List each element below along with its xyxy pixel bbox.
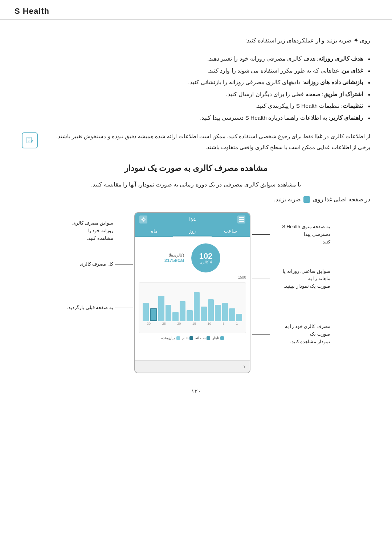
annotation-menu-text: به صفحه منوی S Health دسترسی پیداکنید.: [271, 223, 330, 246]
total-label: (کالری‌ها): [164, 253, 184, 258]
header-title: S Health: [15, 7, 49, 16]
list-item: هدف کالری روزانه: هدف کالری مصرفی روزانه…: [22, 53, 370, 65]
legend-snack-label: میان‌وعده: [161, 336, 175, 340]
annotation-right-history-text: سوابق مصرف کالری روزانه خود رامشاهده کنی…: [62, 219, 113, 242]
right-annotations: سوابق مصرف کالری روزانه خود رامشاهده کنی…: [62, 212, 134, 312]
svg-rect-5: [239, 219, 244, 220]
annotation-menu: به صفحه منوی S Health دسترسی پیداکنید.: [250, 223, 330, 246]
phone-bottom-bar: ‹: [135, 360, 250, 373]
left-annotations: به صفحه منوی S Health دسترسی پیداکنید. س…: [250, 212, 330, 345]
phone-chart-area: 1 5 10 15 20 25 30: [139, 282, 246, 333]
bar-7: [194, 292, 200, 321]
legend-breakfast-color: [207, 336, 210, 340]
intro-line: روی ✦ ضربه بزنید و از عملکردهای زیر استف…: [22, 35, 370, 46]
phone-legend: ناهار صبحانه شام میان‌وعده: [139, 336, 246, 340]
legend-breakfast-label: صبحانه: [195, 336, 205, 340]
bar-11: [166, 305, 172, 321]
annotation-chart-text: مصرف کالری خود را به صورت یکنمودار مشاهد…: [271, 323, 330, 345]
legend-dinner-color: [189, 336, 193, 340]
svg-rect-4: [239, 217, 244, 218]
note-text: از اطلاعات کالری در غذا فقط برای رجوع شخ…: [43, 131, 370, 153]
tab-month[interactable]: ماه: [135, 226, 173, 237]
phone-body: 102 4 کالری (کالری‌ها) 2175kcal 1500: [135, 237, 250, 360]
tab-day[interactable]: روز: [173, 226, 211, 237]
annotation-right-back: به صفحه قبلی بازگردید.: [67, 304, 134, 312]
bar-reference-label: 1500: [139, 275, 246, 279]
bar-3: [222, 303, 228, 321]
list-item: تنظیمات: تنظیمات S Health را پیکربندی کن…: [22, 100, 370, 112]
bar-4: [215, 305, 221, 321]
stat-row: 102 4 کالری (کالری‌ها) 2175kcal: [139, 243, 246, 272]
legend-lunch-color: [220, 336, 224, 340]
circle-stat: 102 4 کالری: [191, 243, 220, 272]
circle-number: 102: [199, 252, 213, 260]
svg-point-7: [143, 219, 144, 221]
bar-6: [201, 307, 207, 321]
annotation-chart: مصرف کالری خود را به صورت یکنمودار مشاهد…: [250, 323, 330, 345]
legend-lunch-label: ناهار: [212, 336, 219, 340]
diagram-area: به صفحه منوی S Health دسترسی پیداکنید. س…: [22, 212, 370, 373]
bar-13-active: [150, 308, 158, 321]
legend-breakfast: صبحانه: [195, 336, 210, 340]
list-item: راهنمای کاربر: به اطلاعات راهنما درباره …: [22, 112, 370, 124]
page-header: S Health: [0, 0, 392, 20]
bar-10: [172, 312, 179, 321]
phone-title: غذا: [189, 217, 196, 222]
bar-1: [236, 314, 242, 321]
svg-rect-6: [239, 221, 244, 222]
total-value: 2175kcal: [164, 258, 184, 263]
annotation-right-total-text: کل مصرف کالری: [80, 260, 113, 268]
settings-icon: [139, 216, 147, 223]
bar-2: [229, 308, 235, 321]
calorie-circle: 102 4 کالری: [191, 243, 220, 272]
section-desc1: با مشاهده سوابق کالری مصرفی در یک دوره ز…: [22, 179, 370, 190]
legend-dinner: شام: [182, 336, 193, 340]
back-button[interactable]: ‹: [243, 363, 245, 370]
phone-mockup: غذا ساعت روز ماه 102: [134, 212, 250, 373]
main-content: روی ✦ ضربه بزنید و از عملکردهای زیر استف…: [0, 31, 392, 416]
bar-12: [158, 296, 164, 321]
annotation-history: سوابق ساعتی، روزانه یا ماهانه را بهصورت …: [250, 268, 330, 290]
circle-sub: 4 کالری: [200, 260, 212, 264]
section-desc2: در صفحه اصلی غذا روی ضربه بزنید.: [22, 194, 370, 205]
note-icon: [22, 132, 38, 148]
feature-list: هدف کالری روزانه: هدف کالری مصرفی روزانه…: [22, 53, 370, 124]
legend-lunch: ناهار: [212, 336, 224, 340]
menu-icon: [237, 216, 245, 223]
legend-snack: میان‌وعده: [161, 336, 180, 340]
total-stat: (کالری‌ها) 2175kcal: [164, 253, 184, 263]
phone-tabs: ساعت روز ماه: [135, 226, 250, 237]
note-box: از اطلاعات کالری در غذا فقط برای رجوع شخ…: [22, 131, 370, 153]
annotation-history-text: سوابق ساعتی، روزانه یا ماهانه را بهصورت …: [271, 268, 330, 290]
annotation-right-history: سوابق مصرف کالری روزانه خود رامشاهده کنی…: [62, 219, 134, 242]
list-item: غذای من: غذاهایی که به طور مکرر استفاده …: [22, 65, 370, 77]
bar-14: [143, 303, 149, 321]
chart-bars: [141, 285, 244, 321]
legend-dinner-label: شام: [182, 336, 188, 340]
legend-snack-color: [176, 336, 180, 340]
bar-8: [187, 310, 193, 321]
list-item: بازنشانی داده های روزانه: دادههای کالری …: [22, 77, 370, 89]
chart-x-labels: 1 5 10 15 20 25 30: [141, 322, 244, 325]
bar-9: [180, 301, 186, 321]
tap-icon: [303, 196, 310, 203]
annotation-right-back-text: به صفحه قبلی بازگردید.: [67, 304, 113, 312]
section-heading: مشاهده مصرف کالری به صورت یک نمودار: [22, 164, 370, 173]
annotation-right-total: کل مصرف کالری: [80, 260, 134, 268]
page-number: ١٢٠: [22, 388, 370, 402]
list-item: اشتراک از طریق: صفحه فعلی را برای دیگران…: [22, 89, 370, 100]
phone-header: غذا: [135, 213, 250, 226]
tab-hour[interactable]: ساعت: [212, 226, 250, 237]
bar-5: [208, 299, 214, 321]
